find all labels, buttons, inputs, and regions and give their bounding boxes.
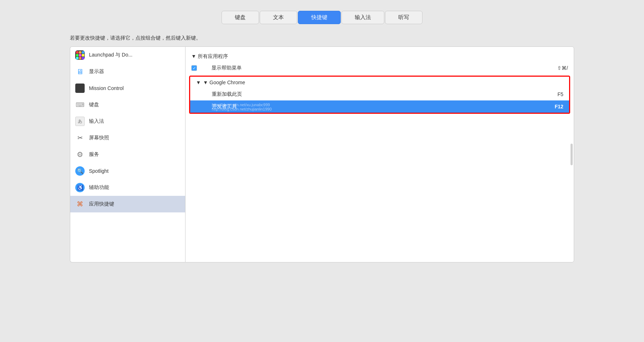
chrome-section: ▼ ▼ Google Chrome 重新加载此页 F5 开发者工具 F12 ht… bbox=[189, 76, 570, 114]
sidebar-item-keyboard-label: 键盘 bbox=[89, 102, 99, 108]
sidebar-item-app-shortcuts-label: 应用快捷键 bbox=[89, 201, 114, 207]
monitor-icon: 🖥 bbox=[75, 67, 85, 76]
sidebar: Launchpad 与 Do... 🖥 显示器 Mission Control … bbox=[70, 46, 185, 262]
tab-dictation[interactable]: 听写 bbox=[385, 11, 422, 24]
reload-label: 重新加载此页 bbox=[212, 91, 558, 98]
sidebar-item-accessibility[interactable]: ♿ 辅助功能 bbox=[70, 179, 185, 196]
sidebar-item-keyboard[interactable]: ⌨ 键盘 bbox=[70, 96, 185, 113]
input-method-icon: あ bbox=[75, 117, 85, 126]
watermark-line1: http://blog.csdn.net/xu.junabc999 bbox=[212, 103, 272, 107]
right-panel: ▼ 所有应用程序 ✓ 显示帮助菜单 ⇧⌘/ ▼ ▼ Google Chrome bbox=[185, 46, 574, 262]
show-help-checkbox[interactable]: ✓ bbox=[191, 65, 197, 71]
tab-shortcuts[interactable]: 快捷键 bbox=[298, 11, 341, 24]
keyboard-icon: ⌨ bbox=[75, 100, 85, 109]
tab-text[interactable]: 文本 bbox=[260, 11, 297, 24]
launchpad-icon bbox=[75, 50, 85, 60]
sidebar-item-services-label: 服务 bbox=[89, 151, 99, 158]
watermark: http://blog.csdn.net/xu.junabc999 http:/… bbox=[212, 103, 272, 111]
instruction-text: 若要更改快捷键，请选择它，点按组合键，然后键入新键。 bbox=[70, 35, 574, 41]
sidebar-item-services[interactable]: ⚙ 服务 bbox=[70, 146, 185, 163]
reload-key: F5 bbox=[558, 91, 563, 97]
main-content: 若要更改快捷键，请选择它，点按组合键，然后键入新键。 Launchpad 与 D… bbox=[70, 35, 574, 262]
sidebar-item-mission-control-label: Mission Control bbox=[89, 85, 124, 91]
sidebar-item-input-method[interactable]: あ 输入法 bbox=[70, 113, 185, 130]
sidebar-item-mission-control[interactable]: Mission Control bbox=[70, 80, 185, 96]
accessibility-icon: ♿ bbox=[75, 183, 85, 192]
sidebar-item-display[interactable]: 🖥 显示器 bbox=[70, 63, 185, 80]
sidebar-item-screenshot-label: 屏幕快照 bbox=[89, 135, 109, 141]
chrome-header: ▼ ▼ Google Chrome bbox=[190, 77, 569, 88]
show-help-row[interactable]: ✓ 显示帮助菜单 ⇧⌘/ bbox=[185, 62, 574, 74]
tab-bar: 键盘 文本 快捷键 输入法 听写 bbox=[222, 11, 422, 24]
mission-control-icon bbox=[75, 84, 85, 93]
show-help-label: 显示帮助菜单 bbox=[197, 65, 557, 71]
chrome-header-label: ▼ Google Chrome bbox=[203, 80, 245, 85]
reload-row[interactable]: 重新加载此页 F5 bbox=[190, 88, 569, 100]
app-shortcuts-icon: ⌘ bbox=[75, 199, 85, 209]
screenshot-icon: ✂ bbox=[75, 133, 85, 143]
tab-input[interactable]: 输入法 bbox=[341, 11, 384, 24]
devtools-row[interactable]: 开发者工具 F12 http://blog.csdn.net/xu.junabc… bbox=[190, 100, 569, 113]
sidebar-item-input-method-label: 输入法 bbox=[89, 118, 104, 125]
devtools-key: F12 bbox=[555, 104, 563, 109]
gear-icon: ⚙ bbox=[75, 150, 85, 159]
right-panel-inner: ▼ 所有应用程序 ✓ 显示帮助菜单 ⇧⌘/ ▼ ▼ Google Chrome bbox=[185, 47, 574, 120]
panels: Launchpad 与 Do... 🖥 显示器 Mission Control … bbox=[70, 46, 574, 262]
watermark-line2: http://blog.csdn.net/zhujianlin1990 bbox=[212, 107, 272, 111]
scrollbar[interactable] bbox=[571, 144, 573, 165]
all-apps-header: ▼ 所有应用程序 bbox=[185, 51, 574, 62]
spotlight-icon: 🔍 bbox=[75, 166, 85, 176]
sidebar-item-launchpad[interactable]: Launchpad 与 Do... bbox=[70, 47, 185, 63]
sidebar-item-display-label: 显示器 bbox=[89, 68, 104, 75]
show-help-key: ⇧⌘/ bbox=[557, 65, 568, 71]
sidebar-item-screenshot[interactable]: ✂ 屏幕快照 bbox=[70, 130, 185, 146]
tab-keyboard[interactable]: 键盘 bbox=[222, 11, 259, 24]
sidebar-item-spotlight-label: Spotlight bbox=[89, 168, 108, 174]
sidebar-item-launchpad-label: Launchpad 与 Do... bbox=[89, 52, 133, 58]
sidebar-item-app-shortcuts[interactable]: ⌘ 应用快捷键 bbox=[70, 196, 185, 212]
sidebar-item-spotlight[interactable]: 🔍 Spotlight bbox=[70, 163, 185, 179]
sidebar-item-accessibility-label: 辅助功能 bbox=[89, 184, 109, 191]
chrome-triangle-icon: ▼ bbox=[196, 80, 201, 85]
all-apps-label: ▼ 所有应用程序 bbox=[191, 53, 228, 60]
